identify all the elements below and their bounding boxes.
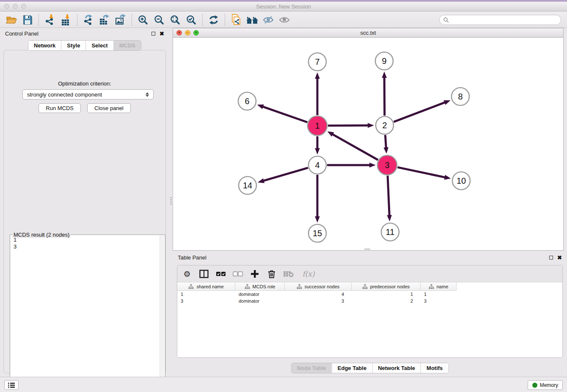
export-image-icon[interactable]	[113, 13, 129, 27]
node-table-container: ⚙ f(x)	[177, 265, 563, 358]
search-field[interactable]	[439, 15, 561, 25]
table-cell[interactable]: 2	[352, 298, 421, 304]
task-history-button[interactable]	[4, 380, 19, 390]
memory-button[interactable]: Memory	[528, 380, 563, 390]
node-label-15: 15	[313, 229, 322, 238]
hide-graphics-details-icon[interactable]	[260, 13, 276, 27]
close-panel-button[interactable]: Close panel	[87, 103, 131, 113]
column-header-shared-name[interactable]: shared name	[177, 282, 235, 291]
column-header-successor-nodes[interactable]: successor nodes	[285, 282, 352, 291]
table-cell[interactable]: 1	[177, 291, 235, 298]
edge-3-10[interactable]	[397, 167, 446, 177]
panel-splitter[interactable]	[169, 28, 173, 377]
toolbar-separator	[225, 14, 225, 26]
table-panel-header: Table Panel ✖	[173, 252, 567, 263]
node-label-10: 10	[457, 176, 466, 185]
mcds-panel: Optimization criterion: strongly connect…	[3, 50, 166, 373]
table-panel-title: Table Panel	[178, 254, 206, 261]
tab-style[interactable]: Style	[61, 41, 85, 50]
import-table-icon[interactable]	[58, 13, 74, 27]
table-cell[interactable]: 1	[352, 291, 421, 298]
zoom-in-icon[interactable]	[135, 13, 151, 27]
refresh-icon[interactable]	[206, 13, 222, 27]
splitter-grip[interactable]	[170, 197, 172, 205]
float-table-panel-icon[interactable]	[549, 256, 553, 259]
tab-network[interactable]: Network	[28, 41, 61, 50]
edge-4-14[interactable]	[263, 168, 308, 181]
table-row[interactable]: 1dominator411	[177, 291, 562, 298]
table-cell[interactable]: 3	[285, 298, 352, 304]
criterion-dropdown[interactable]: strongly connected component	[22, 89, 154, 99]
zoom-fit-icon[interactable]	[167, 13, 183, 27]
zoom-out-icon[interactable]	[151, 13, 167, 27]
edge-3-1[interactable]	[332, 134, 378, 160]
table-cell[interactable]: 4	[285, 291, 352, 298]
settings-gear-icon[interactable]: ⚙	[182, 268, 193, 279]
edge-2-3[interactable]	[385, 135, 386, 149]
zoom-selected-icon[interactable]	[183, 13, 199, 27]
criterion-value: strongly connected component	[27, 91, 102, 98]
tab-edge-table[interactable]: Edge Table	[332, 363, 372, 373]
float-panel-icon[interactable]	[151, 32, 155, 36]
edge-arrow-1-6	[257, 105, 264, 109]
search-input[interactable]	[451, 17, 557, 23]
tab-select[interactable]: Select	[85, 41, 113, 50]
delete-row-icon[interactable]	[266, 268, 277, 279]
network-window-titlebar[interactable]: × – + scc.txt	[173, 28, 563, 38]
table-cell[interactable]: dominator	[235, 298, 285, 304]
node-table[interactable]: shared nameMCDS rolesuccessor nodesprede…	[177, 282, 562, 358]
show-graphics-details-icon[interactable]	[276, 13, 292, 27]
network-graph[interactable]: 7968124314101511	[173, 38, 563, 250]
table-row[interactable]: 3dominator323	[177, 298, 562, 304]
edge-1-2[interactable]	[328, 125, 369, 126]
control-panel-tabs: NetworkStyleSelectMCDS	[28, 40, 141, 51]
table-cell[interactable]: 3	[177, 298, 235, 304]
tab-network-table[interactable]: Network Table	[372, 363, 421, 373]
table-cell[interactable]: 1	[421, 291, 457, 298]
zoom-window-button[interactable]	[21, 4, 26, 9]
tab-mcds[interactable]: MCDS	[113, 41, 141, 50]
close-window-button[interactable]	[4, 4, 9, 9]
edge-3-11[interactable]	[388, 176, 389, 216]
edge-arrow-4-15	[315, 216, 320, 223]
column-header-MCDS-role[interactable]: MCDS role	[235, 282, 285, 291]
show-column-panel-icon[interactable]	[198, 268, 209, 279]
duplicate-network-icon[interactable]	[228, 13, 244, 27]
home-icon[interactable]	[244, 13, 260, 27]
minimize-window-button[interactable]	[13, 4, 18, 9]
table-cell[interactable]: 3	[421, 298, 457, 304]
run-mcds-button[interactable]: Run MCDS	[39, 103, 81, 113]
mcds-result-box: MCDS result (2 nodes) 1 3	[10, 235, 165, 390]
edge-arrow-1-7	[315, 72, 320, 79]
export-table-icon[interactable]	[96, 13, 113, 27]
close-panel-icon[interactable]: ✖	[160, 31, 164, 36]
edge-2-9[interactable]	[384, 77, 385, 116]
select-all-icon[interactable]	[215, 268, 226, 279]
table-tabs: Node TableEdge TableNetwork TableMotifs	[291, 363, 449, 373]
canvas-resize-grip[interactable]	[364, 248, 370, 250]
control-panel: Control Panel ✖ NetworkStyleSelectMCDS O…	[0, 28, 169, 377]
window-controls[interactable]	[4, 4, 26, 9]
open-session-icon[interactable]	[3, 13, 19, 27]
column-header-name[interactable]: name	[421, 282, 457, 291]
control-panel-title: Control Panel	[5, 30, 39, 37]
add-row-icon[interactable]	[249, 268, 260, 279]
network-maximize-button[interactable]: +	[193, 30, 199, 36]
result-scrollbar[interactable]	[160, 235, 165, 389]
import-network-icon[interactable]	[42, 13, 58, 27]
clear-selection-icon[interactable]	[232, 268, 243, 279]
save-session-icon[interactable]	[19, 13, 36, 27]
edge-2-8[interactable]	[394, 102, 446, 122]
network-minimize-button[interactable]: –	[185, 30, 190, 36]
export-network-icon[interactable]	[80, 13, 96, 27]
network-close-button[interactable]: ×	[176, 30, 182, 36]
tab-node-table[interactable]: Node Table	[292, 363, 332, 373]
edge-arrow-3-1	[328, 131, 334, 136]
column-header-predecessor-nodes[interactable]: predecessor nodes	[352, 282, 421, 291]
network-window-controls[interactable]: × – +	[176, 30, 199, 36]
table-cell[interactable]: dominator	[235, 291, 285, 298]
edge-1-6[interactable]	[262, 106, 307, 122]
close-table-panel-icon[interactable]: ✖	[557, 255, 562, 260]
tab-motifs[interactable]: Motifs	[421, 363, 448, 373]
network-canvas[interactable]: 7968124314101511	[173, 38, 563, 250]
